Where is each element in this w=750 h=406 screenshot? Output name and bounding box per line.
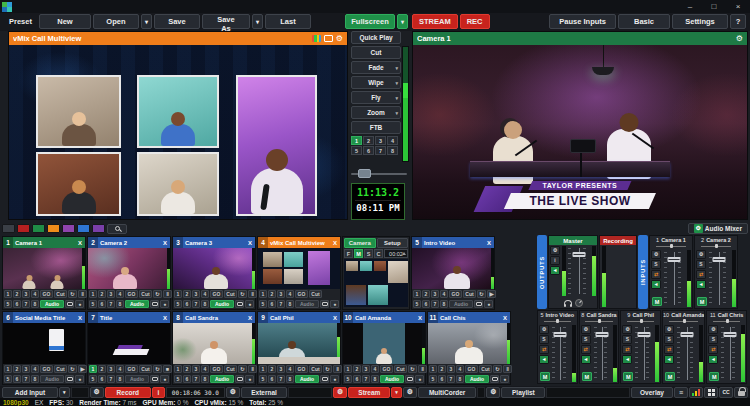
solo-button[interactable]: S xyxy=(622,335,632,344)
overlay-6-button[interactable]: 6 xyxy=(353,375,361,383)
overlay-3-button[interactable]: 3 xyxy=(447,365,455,373)
overlay-8-button[interactable]: 8 xyxy=(440,300,448,308)
overlay-7-button[interactable]: 7 xyxy=(447,375,455,383)
mode-m-button[interactable]: M xyxy=(354,249,363,258)
overlay-3-button[interactable]: 3 xyxy=(192,365,200,373)
lock-icon[interactable] xyxy=(734,387,748,398)
fullscreen-monitor-icon[interactable] xyxy=(474,300,483,308)
solo-button[interactable]: S xyxy=(651,260,661,269)
overlay-6-button[interactable]: 6 xyxy=(422,300,430,308)
fader-handle[interactable] xyxy=(668,257,681,262)
menu-icon[interactable]: ≡ xyxy=(674,387,688,398)
fullscreen-monitor-icon[interactable] xyxy=(150,375,159,383)
overlay-7-button[interactable]: 7 xyxy=(107,375,115,383)
transition-slot-button[interactable]: 1 xyxy=(351,136,362,145)
quick-play-button[interactable]: Quick Play xyxy=(351,31,401,44)
input-panel[interactable]: 1 Camera 1 X 1 2 3 4 GO Cut ↻ ‖ 5 6 7 8 … xyxy=(2,236,86,310)
maximize-button[interactable]: □ xyxy=(702,0,726,13)
program-header[interactable]: Camera 1 ⚙ xyxy=(413,32,747,45)
overlay-5-button[interactable]: 5 xyxy=(4,375,12,383)
audio-toggle-button[interactable]: Audio xyxy=(210,375,234,383)
playlist-settings-icon[interactable]: ⚙ xyxy=(486,387,500,398)
mode-c-button[interactable]: C xyxy=(374,249,383,258)
fader-handle[interactable] xyxy=(572,252,585,257)
camera-button[interactable]: Camera xyxy=(344,238,376,248)
overlay-2-button[interactable]: 2 xyxy=(422,290,430,298)
pause-inputs-button[interactable]: Pause Inputs xyxy=(549,14,616,29)
overlay-7-button[interactable]: 7 xyxy=(362,375,370,383)
input-panel[interactable]: 10 Call Amanda X 1 2 3 4 GO Cut ↻ ‖ 5 6 … xyxy=(342,311,426,385)
colorbars-icon[interactable] xyxy=(312,35,321,42)
record-settings-icon[interactable]: ⚙ xyxy=(90,387,104,398)
overlay-8-button[interactable]: 8 xyxy=(31,300,39,308)
fullscreen-button[interactable]: Fullscreen xyxy=(345,14,395,29)
input-thumbnail[interactable] xyxy=(3,323,85,364)
master-settings-icon[interactable]: ⚙ xyxy=(550,246,560,255)
rec-indicator-button[interactable]: REC xyxy=(460,14,490,29)
overlay-1-button[interactable]: 1 xyxy=(89,365,97,373)
overlay-7-button[interactable]: 7 xyxy=(22,300,30,308)
audio-toggle-button[interactable]: Audio xyxy=(210,300,234,308)
pan-slider[interactable] xyxy=(621,319,660,324)
cut-button[interactable]: Cut xyxy=(224,290,237,298)
mute-button[interactable]: M xyxy=(709,372,719,381)
overlay-2-button[interactable]: 2 xyxy=(98,290,106,298)
transition-slot-button[interactable]: 3 xyxy=(375,136,386,145)
save-as-dropdown-icon[interactable]: ▾ xyxy=(252,14,263,29)
go-button[interactable]: GO xyxy=(40,290,53,298)
solo-button[interactable]: S xyxy=(696,260,706,269)
loop-icon[interactable]: ↻ xyxy=(68,290,77,298)
close-input-icon[interactable]: X xyxy=(500,315,510,321)
dropdown-icon[interactable]: ▾ xyxy=(395,110,398,116)
channel-settings-icon[interactable]: ⚙ xyxy=(696,250,706,259)
input-thumbnail[interactable] xyxy=(258,323,340,364)
mute-button[interactable]: M xyxy=(697,297,707,306)
channel-settings-icon[interactable]: ⚙ xyxy=(708,325,718,334)
audio-toggle-button[interactable]: Audio xyxy=(295,300,319,308)
preset-button[interactable]: Preset xyxy=(4,14,37,29)
pause-icon[interactable]: ‖ xyxy=(163,290,172,298)
overlay-4-button[interactable]: 4 xyxy=(201,290,209,298)
stream-indicator-button[interactable]: STREAM xyxy=(412,14,458,29)
bus-routing-icon[interactable]: ⇄ xyxy=(622,345,632,354)
solo-button[interactable]: S xyxy=(708,335,718,344)
pause-icon[interactable]: ‖ xyxy=(333,365,342,373)
overlay-4-button[interactable]: 4 xyxy=(371,365,379,373)
stop-icon[interactable]: ■ xyxy=(163,365,172,373)
cut-button[interactable]: Cut xyxy=(224,365,237,373)
overlay-5-button[interactable]: 5 xyxy=(344,375,352,383)
fader-handle[interactable] xyxy=(713,257,726,262)
overlay-6-button[interactable]: 6 xyxy=(98,375,106,383)
input-thumbnail[interactable] xyxy=(173,323,255,364)
speaker-icon[interactable]: ◄ xyxy=(696,280,706,289)
pause-icon[interactable]: ‖ xyxy=(503,365,512,373)
input-panel[interactable]: 11 Call Chis X 1 2 3 4 GO Cut ↻ ‖ 5 6 7 … xyxy=(427,311,511,385)
input-header[interactable]: 10 Call Amanda X xyxy=(343,312,425,323)
overlay-2-button[interactable]: 2 xyxy=(183,290,191,298)
overlay-3-button[interactable]: 3 xyxy=(22,365,30,373)
mute-button[interactable]: M xyxy=(582,372,592,381)
cut-button[interactable]: Cut xyxy=(479,365,492,373)
input-header[interactable]: 5 Intro Video X xyxy=(412,237,494,248)
overlay-8-button[interactable]: 8 xyxy=(286,375,294,383)
loop-icon[interactable]: ↻ xyxy=(68,365,77,373)
overlay-8-button[interactable]: 8 xyxy=(31,375,39,383)
transition-slot-button[interactable]: 5 xyxy=(351,146,362,155)
overlay-6-button[interactable]: 6 xyxy=(268,375,276,383)
pan-slider[interactable] xyxy=(580,319,619,324)
close-input-icon[interactable]: X xyxy=(484,240,494,246)
cut-button[interactable]: Cut xyxy=(309,365,322,373)
cut-button[interactable]: Cut xyxy=(351,46,401,59)
bus-routing-icon[interactable]: ⇄ xyxy=(696,270,706,279)
open-dropdown-icon[interactable]: ▾ xyxy=(141,14,152,29)
filter-color-swatch[interactable] xyxy=(62,224,75,233)
speaker-icon[interactable]: ◄ xyxy=(581,355,591,364)
fader-handle[interactable] xyxy=(554,332,567,337)
cut-button[interactable]: Cut xyxy=(394,365,407,373)
input-header[interactable]: 3 Camera 3 X xyxy=(173,237,255,248)
overlay-6-button[interactable]: 6 xyxy=(438,375,446,383)
overlay-1-button[interactable]: 1 xyxy=(259,365,267,373)
cut-button[interactable]: Cut xyxy=(54,290,67,298)
overlay-8-button[interactable]: 8 xyxy=(286,300,294,308)
overlay-4-button[interactable]: 4 xyxy=(31,290,39,298)
